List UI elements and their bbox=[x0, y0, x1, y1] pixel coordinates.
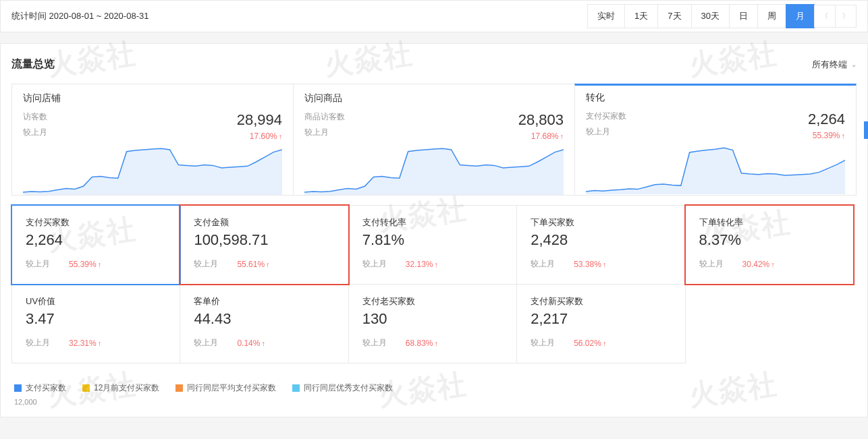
summary-cards-row: 访问店铺 访客数 较上月 28,994 17.60%↑ 访问商品 商品访客数 较… bbox=[11, 84, 857, 196]
metric-label: 支付老买家数 bbox=[362, 295, 503, 308]
metric-card-7[interactable]: 支付老买家数 130 较上月 68.83%↑ bbox=[348, 284, 517, 363]
compare-label: 较上月 bbox=[699, 258, 724, 270]
metric-label: 支付转化率 bbox=[362, 216, 503, 229]
legend-label: 支付买家数 bbox=[26, 382, 66, 394]
sparkline-chart bbox=[23, 146, 282, 195]
compare-label: 较上月 bbox=[531, 258, 555, 270]
metric-sublabel: 支付买家数 bbox=[586, 111, 626, 122]
arrow-up-icon: ↑ bbox=[266, 260, 270, 268]
metric-label: UV价值 bbox=[26, 295, 166, 308]
tab-week[interactable]: 周 bbox=[757, 4, 786, 28]
chevron-down-icon: ⌄ bbox=[851, 61, 857, 68]
terminal-label: 所有终端 bbox=[812, 59, 847, 71]
metric-value: 3.47 bbox=[26, 310, 166, 328]
tab-1d[interactable]: 1天 bbox=[624, 4, 658, 28]
chart-legend: 支付买家数12月前支付买家数同行同层平均支付买家数同行同层优秀支付买家数 bbox=[11, 382, 857, 394]
arrow-up-icon: ↑ bbox=[434, 339, 438, 347]
arrow-up-icon: ↑ bbox=[261, 339, 265, 347]
metric-change: 68.83%↑ bbox=[406, 339, 438, 348]
legend-item-1[interactable]: 12月前支付买家数 bbox=[82, 382, 159, 394]
legend-item-3[interactable]: 同行同层优秀支付买家数 bbox=[292, 382, 393, 394]
card-title: 访问店铺 bbox=[23, 92, 282, 105]
y-axis-max: 12,000 bbox=[11, 398, 857, 406]
metric-value: 44.43 bbox=[194, 310, 334, 328]
legend-item-0[interactable]: 支付买家数 bbox=[14, 382, 66, 394]
metric-label: 客单价 bbox=[194, 295, 334, 308]
metric-label: 支付金额 bbox=[194, 216, 334, 229]
metric-label: 支付新买家数 bbox=[531, 295, 671, 308]
metric-card-2[interactable]: 支付转化率 7.81% 较上月 32.13%↑ bbox=[348, 205, 517, 285]
compare-label: 较上月 bbox=[586, 126, 626, 138]
metric-value: 2,428 bbox=[531, 231, 671, 249]
card-title: 访问商品 bbox=[304, 92, 564, 105]
compare-label: 较上月 bbox=[304, 127, 345, 138]
section-title: 流量总览 bbox=[11, 57, 55, 71]
terminal-dropdown[interactable]: 所有终端 ⌄ bbox=[812, 59, 857, 71]
metric-change: 0.14%↑ bbox=[237, 339, 265, 348]
metric-change: 55.61%↑ bbox=[237, 260, 269, 269]
arrow-up-icon: ↑ bbox=[842, 131, 846, 140]
arrow-up-icon: ↑ bbox=[98, 339, 102, 347]
metric-value: 2,264 bbox=[808, 111, 845, 128]
tab-realtime[interactable]: 实时 bbox=[587, 4, 625, 28]
metric-value: 2,217 bbox=[531, 310, 671, 328]
arrow-up-icon: ↑ bbox=[603, 260, 607, 268]
compare-label: 较上月 bbox=[194, 258, 218, 270]
arrow-up-icon: ↑ bbox=[771, 260, 775, 268]
stats-header: 统计时间 2020-08-01 ~ 2020-08-31 实时 1天 7天 30… bbox=[0, 0, 868, 32]
metric-change: 55.39%↑ bbox=[69, 260, 101, 269]
metric-sublabel: 访客数 bbox=[23, 111, 47, 123]
legend-label: 12月前支付买家数 bbox=[94, 382, 159, 394]
legend-label: 同行同层优秀支付买家数 bbox=[304, 382, 393, 394]
tab-month[interactable]: 月 bbox=[786, 4, 815, 28]
overview-panel: 流量总览 所有终端 ⌄ 访问店铺 访客数 较上月 28,994 17.60%↑ … bbox=[0, 43, 868, 417]
time-range-tabs: 实时 1天 7天 30天 日 周 月 〈 〉 bbox=[588, 4, 857, 28]
metric-card-3[interactable]: 下单买家数 2,428 较上月 53.38%↑ bbox=[516, 205, 685, 285]
chevron-left-icon: 〈 bbox=[821, 11, 828, 21]
legend-label: 同行同层平均支付买家数 bbox=[187, 382, 276, 394]
next-button[interactable]: 〉 bbox=[835, 5, 857, 28]
arrow-up-icon: ↑ bbox=[603, 339, 607, 347]
metric-change: 17.60%↑ bbox=[237, 131, 282, 141]
legend-swatch bbox=[14, 384, 22, 392]
summary-card-1[interactable]: 访问商品 商品访客数 较上月 28,803 17.68%↑ bbox=[293, 84, 575, 196]
legend-item-2[interactable]: 同行同层平均支付买家数 bbox=[175, 382, 276, 394]
metric-card-0[interactable]: 支付买家数 2,264 较上月 55.39%↑ bbox=[11, 205, 180, 285]
metric-value: 130 bbox=[362, 310, 503, 328]
arrow-up-icon: ↑ bbox=[279, 132, 283, 140]
metric-change: 30.42%↑ bbox=[742, 260, 775, 269]
chevron-right-icon: 〉 bbox=[842, 11, 849, 21]
metric-value: 100,598.71 bbox=[194, 231, 334, 249]
legend-swatch bbox=[292, 384, 300, 392]
metric-sublabel: 商品访客数 bbox=[304, 111, 345, 123]
side-handle[interactable] bbox=[864, 121, 868, 139]
tab-7d[interactable]: 7天 bbox=[657, 4, 691, 28]
metric-value: 28,994 bbox=[237, 111, 282, 129]
tab-day[interactable]: 日 bbox=[729, 4, 758, 28]
metric-card-5[interactable]: UV价值 3.47 较上月 32.31%↑ bbox=[11, 284, 180, 363]
metric-card-4[interactable]: 下单转化率 8.37% 较上月 30.42%↑ bbox=[685, 205, 854, 285]
metric-change: 32.13%↑ bbox=[406, 260, 438, 269]
compare-label: 较上月 bbox=[362, 258, 387, 270]
metric-change: 55.39%↑ bbox=[808, 131, 845, 140]
compare-label: 较上月 bbox=[23, 127, 47, 138]
metric-card-empty bbox=[685, 284, 854, 363]
metric-card-6[interactable]: 客单价 44.43 较上月 0.14%↑ bbox=[180, 284, 348, 363]
metric-grid: 支付买家数 2,264 较上月 55.39%↑ 支付金额 100,598.71 … bbox=[11, 206, 857, 363]
metric-change: 56.02%↑ bbox=[574, 339, 606, 348]
summary-card-2[interactable]: 转化 支付买家数 较上月 2,264 55.39%↑ bbox=[574, 84, 857, 196]
metric-card-1[interactable]: 支付金额 100,598.71 较上月 55.61%↑ bbox=[180, 205, 348, 285]
compare-label: 较上月 bbox=[194, 337, 218, 349]
arrow-up-icon: ↑ bbox=[560, 132, 564, 140]
compare-label: 较上月 bbox=[26, 337, 50, 349]
legend-swatch bbox=[175, 384, 183, 392]
summary-card-0[interactable]: 访问店铺 访客数 较上月 28,994 17.60%↑ bbox=[11, 84, 294, 196]
prev-button[interactable]: 〈 bbox=[814, 5, 836, 28]
compare-label: 较上月 bbox=[531, 337, 555, 349]
metric-value: 7.81% bbox=[362, 231, 503, 249]
tab-30d[interactable]: 30天 bbox=[691, 4, 730, 28]
arrow-up-icon: ↑ bbox=[434, 260, 438, 268]
compare-label: 较上月 bbox=[362, 337, 387, 349]
metric-change: 17.68%↑ bbox=[518, 131, 564, 141]
metric-card-8[interactable]: 支付新买家数 2,217 较上月 56.02%↑ bbox=[516, 284, 685, 363]
